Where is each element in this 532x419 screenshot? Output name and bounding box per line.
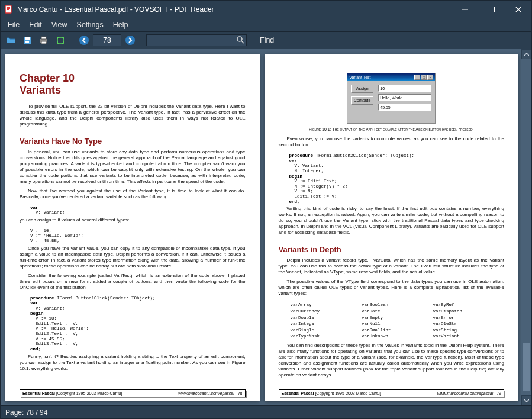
variant-types-table: varArrayvarBooleanvarByRef varCurrencyva… <box>289 301 505 340</box>
svg-rect-3 <box>7 9 9 10</box>
prev-page-button[interactable] <box>76 33 92 47</box>
body-paragraph: Writing this kind of code is risky, to s… <box>279 206 505 236</box>
figure-window-title: Variant Test <box>349 75 370 79</box>
footer-link: www.marcocantu.com/epascal <box>437 391 494 395</box>
svg-point-17 <box>237 37 242 41</box>
body-paragraph: Now that I've warned you against the use… <box>20 188 246 200</box>
arrow-left-icon <box>79 35 89 46</box>
body-paragraph: In general, you can use variants to stor… <box>20 149 246 185</box>
close-button[interactable] <box>505 1 531 18</box>
minimize-button[interactable] <box>452 1 478 18</box>
figure-screenshot: Variant Test_□× Assign Compute 10 Hello,… <box>347 73 436 124</box>
svg-rect-12 <box>41 37 46 39</box>
save-icon <box>22 36 32 45</box>
body-paragraph: Delphi includes a variant record type, T… <box>279 257 505 275</box>
window-controls <box>452 1 531 18</box>
footer-copyright: [Copyright 1995-2003 Marco Cantù] <box>56 391 122 395</box>
search-input[interactable] <box>146 34 247 46</box>
figure-edit2: Hello, World <box>378 94 431 101</box>
svg-point-16 <box>125 36 135 45</box>
menu-view[interactable]: View <box>47 20 72 30</box>
menu-help[interactable]: Help <box>108 20 133 30</box>
toolbar: Find <box>1 31 531 49</box>
find-button[interactable]: Find <box>252 35 282 46</box>
body-paragraph: you can assign to it values of several d… <box>20 217 246 223</box>
menu-bar: File Edit View Settings Help <box>1 18 531 31</box>
code-block: V := 10; V := 'Hello, World'; V := 45.55… <box>30 228 246 244</box>
printer-icon <box>39 36 49 45</box>
print-button[interactable] <box>36 33 51 47</box>
scroll-down-button[interactable] <box>521 395 531 405</box>
maximize-button[interactable] <box>478 1 505 18</box>
svg-point-15 <box>79 36 89 45</box>
page-footer: Essential Pascal [Copyright 1995-2003 Ma… <box>279 389 505 397</box>
section-heading: Variants in Depth <box>279 245 505 254</box>
chevron-down-icon <box>524 398 529 403</box>
search-box <box>146 34 247 46</box>
svg-rect-1 <box>7 7 10 8</box>
page-footer: Essential Pascal [Copyright 1995-2003 Ma… <box>20 389 246 397</box>
figure-caption: Figure 10.1: The output of the VariTest … <box>279 127 505 131</box>
menu-file[interactable]: File <box>3 20 24 30</box>
chevron-up-icon <box>524 52 529 57</box>
svg-rect-13 <box>41 41 46 44</box>
figure-edit1: 10 <box>378 85 431 92</box>
chapter-title: Variants <box>20 84 61 96</box>
page-status-label: Page: 78 / 94 <box>5 408 47 417</box>
status-bar: Page: 78 / 94 <box>1 405 531 418</box>
svg-rect-2 <box>7 8 10 9</box>
svg-rect-5 <box>489 7 494 12</box>
vertical-scrollbar[interactable] <box>521 49 531 405</box>
fig-min-icon: _ <box>414 75 420 80</box>
scroll-track[interactable] <box>521 59 531 395</box>
pdf-page-78: Chapter 10Variants To provide full OLE s… <box>5 54 260 401</box>
chapter-heading: Chapter 10 <box>20 72 75 84</box>
page-number-input[interactable] <box>93 34 121 46</box>
app-icon <box>4 5 14 14</box>
scroll-up-button[interactable] <box>521 49 531 59</box>
body-paragraph: The possible values of the VType field c… <box>279 279 505 296</box>
footer-title: Essential Pascal <box>22 391 55 395</box>
menu-settings[interactable]: Settings <box>72 20 108 30</box>
scroll-thumb[interactable] <box>523 343 530 391</box>
body-paragraph: Consider the following example (called V… <box>20 273 246 291</box>
fullscreen-icon <box>56 36 65 45</box>
figure-compute-button: Compute <box>351 96 373 105</box>
figure-assign-button: Assign <box>351 85 373 93</box>
svg-rect-14 <box>57 37 63 43</box>
fig-max-icon: □ <box>421 75 427 80</box>
footer-copyright: [Copyright 1995-2003 Marco Cantù] <box>315 391 381 395</box>
body-paragraph: Once you have the variant value, you can… <box>20 246 246 269</box>
code-block: var V: Variant; <box>30 205 246 215</box>
code-block: procedure TForm1.Button2Click(Sender: TO… <box>289 153 505 204</box>
fullscreen-button[interactable] <box>53 33 68 47</box>
folder-open-icon <box>6 36 15 45</box>
fig-close-icon: × <box>427 75 433 80</box>
section-heading: Variants Have No Type <box>20 137 246 146</box>
search-icon <box>236 36 244 46</box>
footer-page-number: 79 <box>496 391 501 395</box>
save-button[interactable] <box>20 33 35 47</box>
window-title: Marco Cantu - Essential Pascal.pdf - VOV… <box>17 5 452 14</box>
body-paragraph: To provide full OLE support, the 32-bit … <box>20 104 246 127</box>
footer-page-number: 78 <box>238 391 243 395</box>
body-paragraph: Even worse, you can use the variants to … <box>279 136 505 148</box>
footer-link: www.marcocantu.com/epascal <box>178 391 234 395</box>
arrow-right-icon <box>125 35 136 46</box>
document-viewport[interactable]: Chapter 10Variants To provide full OLE s… <box>1 49 531 405</box>
figure-edit3: 45.55 <box>378 104 431 111</box>
svg-rect-9 <box>25 37 30 40</box>
menu-edit[interactable]: Edit <box>24 20 47 30</box>
body-paragraph: You can find descriptions of these types… <box>279 343 505 378</box>
svg-line-18 <box>241 41 244 43</box>
next-page-button[interactable] <box>122 33 138 47</box>
footer-title: Essential Pascal <box>282 391 314 395</box>
pdf-page-79: Variant Test_□× Assign Compute 10 Hello,… <box>265 54 519 401</box>
body-paragraph: Funny, isn't it? Besides assigning a var… <box>20 354 246 372</box>
svg-rect-0 <box>5 5 11 13</box>
svg-rect-10 <box>25 41 29 43</box>
title-bar: Marco Cantu - Essential Pascal.pdf - VOV… <box>1 1 531 18</box>
open-button[interactable] <box>3 33 18 47</box>
code-block: procedure TForm1.Button1Click(Sender: TO… <box>30 296 246 352</box>
